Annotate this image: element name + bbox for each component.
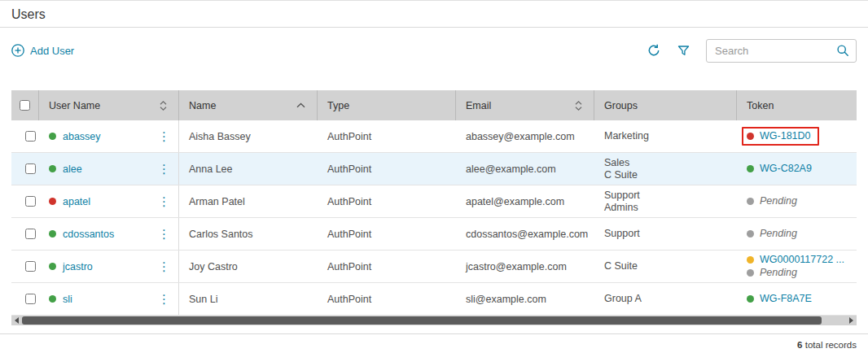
user-status-dot [49, 295, 56, 303]
footer: 6 total records [0, 333, 868, 350]
users-page: Users Add User [0, 0, 868, 353]
groups-cell: Group A [594, 283, 737, 315]
username-link[interactable]: sli [63, 294, 72, 305]
email-cell: sli@example.com [456, 283, 594, 315]
column-header-name[interactable]: Name [179, 90, 318, 120]
row-menu-icon[interactable]: ⋮ [158, 260, 170, 272]
token-link[interactable]: WG-F8A7E [760, 293, 812, 305]
token-status-text: Pending [760, 195, 797, 207]
token-link[interactable]: WG0000117722 ... [760, 254, 844, 266]
page-title: Users [11, 7, 46, 21]
name-cell: Sun Li [179, 283, 318, 315]
table-row: alee ⋮ Anna Lee AuthPoint alee@example.c… [11, 153, 857, 185]
row-menu-icon[interactable]: ⋮ [158, 293, 170, 305]
search-box [706, 39, 857, 63]
row-checkbox[interactable] [25, 261, 36, 272]
username-link[interactable]: apatel [63, 196, 90, 207]
username-link[interactable]: alee [63, 163, 82, 175]
type-cell: AuthPoint [318, 283, 456, 315]
email-cell: apatel@example.com [456, 185, 594, 217]
column-header-email[interactable]: Email [456, 90, 594, 120]
token-status-dot [747, 230, 754, 238]
token-status-dot [747, 256, 754, 264]
token-cell: Pending [737, 185, 857, 217]
column-header-groups[interactable]: Groups [594, 90, 737, 120]
column-label: Token [747, 100, 774, 111]
refresh-icon[interactable] [647, 43, 661, 58]
user-status-dot [49, 133, 56, 140]
total-records-label: total records [803, 340, 857, 350]
table-row: abassey ⋮ Aisha Bassey AuthPoint abassey… [11, 120, 857, 153]
column-header-type[interactable]: Type [318, 90, 456, 120]
token-status-dot [747, 269, 754, 277]
table-row: apatel ⋮ Arman Patel AuthPoint apatel@ex… [11, 185, 857, 218]
groups-cell: Support [594, 218, 737, 250]
token-cell: WG-181D0 [737, 120, 857, 152]
row-checkbox[interactable] [25, 131, 36, 142]
name-cell: Aisha Bassey [179, 120, 318, 152]
scroll-left-arrow[interactable] [11, 316, 22, 325]
horizontal-scrollbar [11, 316, 857, 325]
email-cell: jcastro@example.com [456, 251, 594, 282]
type-cell: AuthPoint [318, 120, 456, 152]
toolbar-right [647, 39, 857, 63]
name-cell: Anna Lee [179, 153, 318, 185]
row-checkbox[interactable] [25, 294, 36, 304]
scrollbar-track[interactable] [22, 316, 846, 325]
username-link[interactable]: abassey [63, 131, 101, 142]
row-menu-icon[interactable]: ⋮ [158, 195, 170, 207]
plus-circle-icon [11, 44, 24, 57]
column-label: Groups [604, 100, 638, 111]
add-user-button[interactable]: Add User [11, 44, 74, 57]
token-status-text: Pending [760, 267, 797, 279]
select-all-checkbox[interactable] [20, 100, 30, 111]
row-checkbox[interactable] [25, 163, 36, 174]
user-status-dot [49, 230, 56, 238]
row-checkbox[interactable] [25, 229, 36, 239]
token-link[interactable]: WG-181D0 [760, 130, 811, 142]
username-link[interactable]: cdossantos [63, 229, 114, 240]
username-link[interactable]: jcastro [63, 261, 93, 272]
search-icon[interactable] [836, 44, 849, 57]
column-header-token[interactable]: Token [737, 90, 857, 120]
token-cell: WG-F8A7E [737, 283, 857, 315]
token-link[interactable]: WG-C82A9 [760, 163, 812, 175]
highlighted-token: WG-181D0 [742, 127, 819, 146]
type-cell: AuthPoint [318, 251, 456, 282]
name-cell: Arman Patel [179, 185, 318, 217]
type-cell: AuthPoint [318, 185, 456, 217]
table-header: User Name Name Type Email [11, 90, 857, 120]
token-status-dot [747, 198, 754, 205]
sort-both-icon[interactable] [575, 100, 582, 111]
sort-both-icon[interactable] [160, 100, 167, 111]
groups-cell: Sales C Suite [594, 153, 737, 185]
column-label: Type [327, 100, 349, 111]
filter-icon[interactable] [677, 45, 690, 57]
email-cell: abassey@example.com [456, 120, 594, 152]
table-row: cdossantos ⋮ Carlos Santos AuthPoint cdo… [11, 218, 857, 251]
toolbar: Add User [11, 38, 857, 63]
table-row: sli ⋮ Sun Li AuthPoint sli@example.com G… [11, 283, 857, 316]
scroll-right-arrow[interactable] [846, 316, 857, 325]
groups-cell: C Suite [594, 251, 737, 282]
row-menu-icon[interactable]: ⋮ [158, 163, 170, 175]
row-menu-icon[interactable]: ⋮ [158, 130, 170, 142]
sort-asc-icon[interactable] [296, 102, 305, 108]
type-cell: AuthPoint [318, 218, 456, 250]
token-status-text: Pending [760, 228, 797, 240]
token-status-dot [747, 295, 754, 303]
table-row: jcastro ⋮ Joy Castro AuthPoint jcastro@e… [11, 251, 857, 283]
search-input[interactable] [715, 45, 836, 57]
select-all-cell [11, 90, 39, 120]
column-header-username[interactable]: User Name [39, 90, 179, 120]
row-menu-icon[interactable]: ⋮ [158, 228, 170, 240]
email-cell: cdossantos@example.com [456, 218, 594, 250]
column-label: Name [189, 100, 216, 111]
column-label: Email [466, 100, 491, 111]
scrollbar-thumb[interactable] [22, 316, 822, 325]
user-status-dot [49, 165, 56, 172]
row-checkbox[interactable] [25, 196, 36, 207]
name-cell: Carlos Santos [179, 218, 318, 250]
add-user-label: Add User [30, 45, 74, 57]
token-status-dot [747, 133, 754, 140]
